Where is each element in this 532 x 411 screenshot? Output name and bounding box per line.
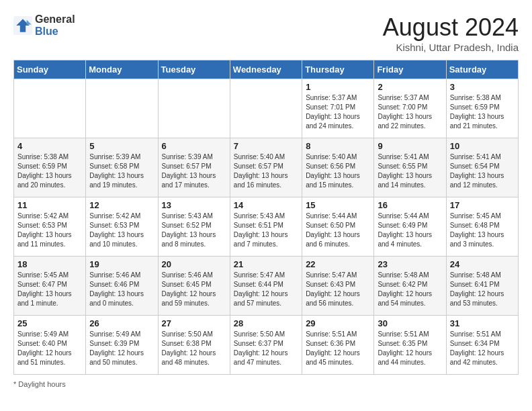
day-number: 7 xyxy=(234,141,298,151)
day-number: 6 xyxy=(162,141,226,151)
calendar-cell: 19Sunrise: 5:46 AMSunset: 6:46 PMDayligh… xyxy=(86,257,158,316)
day-info: Sunrise: 5:44 AMSunset: 6:50 PMDaylight:… xyxy=(306,212,370,249)
main-title: August 2024 xyxy=(383,13,519,42)
day-info: Sunrise: 5:43 AMSunset: 6:52 PMDaylight:… xyxy=(162,212,226,249)
day-number: 28 xyxy=(234,318,298,328)
day-info: Sunrise: 5:38 AMSunset: 6:59 PMDaylight:… xyxy=(17,152,82,190)
column-header-sunday: Sunday xyxy=(14,60,86,79)
day-number: 1 xyxy=(306,82,370,92)
calendar-cell: 17Sunrise: 5:45 AMSunset: 6:48 PMDayligh… xyxy=(446,197,518,257)
calendar-cell: 29Sunrise: 5:51 AMSunset: 6:36 PMDayligh… xyxy=(302,316,374,375)
day-info: Sunrise: 5:47 AMSunset: 6:43 PMDaylight:… xyxy=(306,271,370,308)
day-number: 12 xyxy=(89,200,154,210)
calendar-cell: 7Sunrise: 5:40 AMSunset: 6:57 PMDaylight… xyxy=(230,138,302,197)
day-info: Sunrise: 5:48 AMSunset: 6:42 PMDaylight:… xyxy=(378,271,442,308)
day-number: 5 xyxy=(89,141,154,151)
calendar-header-row: SundayMondayTuesdayWednesdayThursdayFrid… xyxy=(14,60,519,79)
day-number: 2 xyxy=(378,82,442,92)
day-info: Sunrise: 5:45 AMSunset: 6:47 PMDaylight:… xyxy=(17,271,82,308)
calendar-week-row: 11Sunrise: 5:42 AMSunset: 6:53 PMDayligh… xyxy=(14,197,519,257)
calendar-cell: 25Sunrise: 5:49 AMSunset: 6:40 PMDayligh… xyxy=(14,316,86,375)
day-info: Sunrise: 5:42 AMSunset: 6:53 PMDaylight:… xyxy=(89,212,154,249)
day-number: 10 xyxy=(450,141,515,151)
calendar-cell: 9Sunrise: 5:41 AMSunset: 6:55 PMDaylight… xyxy=(374,138,446,197)
calendar-cell xyxy=(230,79,302,138)
calendar-cell: 22Sunrise: 5:47 AMSunset: 6:43 PMDayligh… xyxy=(302,257,374,316)
day-info: Sunrise: 5:37 AMSunset: 7:01 PMDaylight:… xyxy=(306,93,370,131)
logo-blue: Blue xyxy=(35,26,58,37)
day-info: Sunrise: 5:40 AMSunset: 6:56 PMDaylight:… xyxy=(306,152,370,190)
calendar-cell: 23Sunrise: 5:48 AMSunset: 6:42 PMDayligh… xyxy=(374,257,446,316)
day-info: Sunrise: 5:51 AMSunset: 6:36 PMDaylight:… xyxy=(306,330,370,367)
calendar-cell xyxy=(158,79,230,138)
day-info: Sunrise: 5:42 AMSunset: 6:53 PMDaylight:… xyxy=(17,212,82,249)
logo-text: General Blue xyxy=(35,13,75,38)
day-number: 8 xyxy=(306,141,370,151)
day-number: 9 xyxy=(378,141,442,151)
day-number: 11 xyxy=(17,200,82,210)
column-header-saturday: Saturday xyxy=(446,60,518,79)
day-number: 23 xyxy=(378,259,442,269)
calendar-cell: 11Sunrise: 5:42 AMSunset: 6:53 PMDayligh… xyxy=(14,197,86,257)
calendar-cell: 10Sunrise: 5:41 AMSunset: 6:54 PMDayligh… xyxy=(446,138,518,197)
day-number: 13 xyxy=(162,200,226,210)
calendar-cell: 6Sunrise: 5:39 AMSunset: 6:57 PMDaylight… xyxy=(158,138,230,197)
calendar-cell: 1Sunrise: 5:37 AMSunset: 7:01 PMDaylight… xyxy=(302,79,374,138)
day-number: 16 xyxy=(378,200,442,210)
calendar-cell xyxy=(14,79,86,138)
calendar-week-row: 18Sunrise: 5:45 AMSunset: 6:47 PMDayligh… xyxy=(14,257,519,316)
calendar-cell: 12Sunrise: 5:42 AMSunset: 6:53 PMDayligh… xyxy=(86,197,158,257)
day-number: 18 xyxy=(17,259,82,269)
calendar-cell: 15Sunrise: 5:44 AMSunset: 6:50 PMDayligh… xyxy=(302,197,374,257)
calendar-cell: 18Sunrise: 5:45 AMSunset: 6:47 PMDayligh… xyxy=(14,257,86,316)
day-info: Sunrise: 5:46 AMSunset: 6:45 PMDaylight:… xyxy=(162,271,226,308)
day-number: 30 xyxy=(378,318,442,328)
day-number: 24 xyxy=(450,259,515,269)
day-number: 15 xyxy=(306,200,370,210)
calendar-cell: 3Sunrise: 5:38 AMSunset: 6:59 PMDaylight… xyxy=(446,79,518,138)
calendar-cell: 24Sunrise: 5:48 AMSunset: 6:41 PMDayligh… xyxy=(446,257,518,316)
column-header-friday: Friday xyxy=(374,60,446,79)
calendar-cell: 14Sunrise: 5:43 AMSunset: 6:51 PMDayligh… xyxy=(230,197,302,257)
calendar-cell: 20Sunrise: 5:46 AMSunset: 6:45 PMDayligh… xyxy=(158,257,230,316)
day-number: 25 xyxy=(17,318,82,328)
calendar-cell: 5Sunrise: 5:39 AMSunset: 6:58 PMDaylight… xyxy=(86,138,158,197)
title-section: August 2024 Kishni, Uttar Pradesh, India xyxy=(383,13,519,53)
logo: General Blue xyxy=(13,13,75,38)
day-info: Sunrise: 5:40 AMSunset: 6:57 PMDaylight:… xyxy=(234,152,298,190)
day-number: 17 xyxy=(450,200,515,210)
subtitle: Kishni, Uttar Pradesh, India xyxy=(383,42,519,53)
day-info: Sunrise: 5:43 AMSunset: 6:51 PMDaylight:… xyxy=(234,212,298,249)
day-info: Sunrise: 5:39 AMSunset: 6:58 PMDaylight:… xyxy=(89,152,154,190)
calendar-cell xyxy=(86,79,158,138)
day-info: Sunrise: 5:51 AMSunset: 6:34 PMDaylight:… xyxy=(450,330,515,367)
day-number: 4 xyxy=(17,141,82,151)
calendar-week-row: 25Sunrise: 5:49 AMSunset: 6:40 PMDayligh… xyxy=(14,316,519,375)
day-info: Sunrise: 5:49 AMSunset: 6:39 PMDaylight:… xyxy=(89,330,154,367)
day-info: Sunrise: 5:44 AMSunset: 6:49 PMDaylight:… xyxy=(378,212,442,249)
calendar-week-row: 4Sunrise: 5:38 AMSunset: 6:59 PMDaylight… xyxy=(14,138,519,197)
day-number: 14 xyxy=(234,200,298,210)
calendar-cell: 28Sunrise: 5:50 AMSunset: 6:37 PMDayligh… xyxy=(230,316,302,375)
day-number: 3 xyxy=(450,82,515,92)
column-header-wednesday: Wednesday xyxy=(230,60,302,79)
day-info: Sunrise: 5:50 AMSunset: 6:37 PMDaylight:… xyxy=(234,330,298,367)
calendar-cell: 16Sunrise: 5:44 AMSunset: 6:49 PMDayligh… xyxy=(374,197,446,257)
day-info: Sunrise: 5:41 AMSunset: 6:54 PMDaylight:… xyxy=(450,152,515,190)
calendar-cell: 31Sunrise: 5:51 AMSunset: 6:34 PMDayligh… xyxy=(446,316,518,375)
calendar-cell: 13Sunrise: 5:43 AMSunset: 6:52 PMDayligh… xyxy=(158,197,230,257)
day-info: Sunrise: 5:47 AMSunset: 6:44 PMDaylight:… xyxy=(234,271,298,308)
day-info: Sunrise: 5:50 AMSunset: 6:38 PMDaylight:… xyxy=(162,330,226,367)
column-header-tuesday: Tuesday xyxy=(158,60,230,79)
logo-icon xyxy=(13,16,32,35)
day-number: 27 xyxy=(162,318,226,328)
calendar-table: SundayMondayTuesdayWednesdayThursdayFrid… xyxy=(13,60,519,375)
calendar-cell: 27Sunrise: 5:50 AMSunset: 6:38 PMDayligh… xyxy=(158,316,230,375)
calendar-cell: 8Sunrise: 5:40 AMSunset: 6:56 PMDaylight… xyxy=(302,138,374,197)
day-number: 21 xyxy=(234,259,298,269)
logo-general: General xyxy=(35,13,75,25)
calendar-cell: 21Sunrise: 5:47 AMSunset: 6:44 PMDayligh… xyxy=(230,257,302,316)
day-number: 19 xyxy=(89,259,154,269)
day-info: Sunrise: 5:39 AMSunset: 6:57 PMDaylight:… xyxy=(162,152,226,190)
calendar-cell: 26Sunrise: 5:49 AMSunset: 6:39 PMDayligh… xyxy=(86,316,158,375)
